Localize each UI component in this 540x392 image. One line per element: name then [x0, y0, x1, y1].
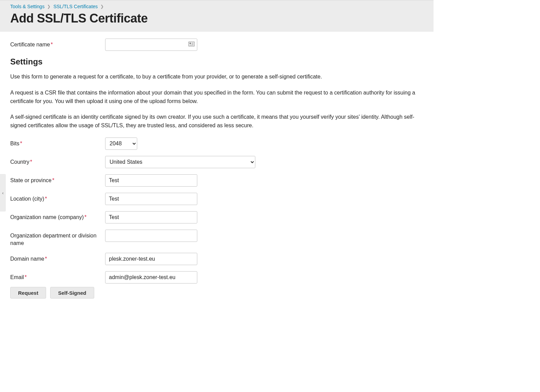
dept-input[interactable]: [105, 230, 197, 242]
self-signed-button[interactable]: Self-Signed: [50, 287, 94, 299]
request-button[interactable]: Request: [10, 287, 46, 299]
domain-input[interactable]: [105, 253, 197, 265]
row-cert-name: Certificate name*: [10, 39, 423, 51]
chevron-left-icon: ‹: [2, 190, 3, 195]
label-state: State or province*: [10, 174, 105, 184]
label-cert-name: Certificate name*: [10, 39, 105, 48]
breadcrumb-tools-settings[interactable]: Tools & Settings: [10, 4, 44, 9]
label-city: Location (city)*: [10, 193, 105, 203]
row-city: Location (city)*: [10, 193, 423, 205]
label-domain: Domain name*: [10, 253, 105, 263]
page-title: Add SSL/TLS Certificate: [10, 11, 423, 26]
chevron-right-icon: ❯: [100, 4, 104, 9]
org-input[interactable]: [105, 211, 197, 223]
breadcrumb: Tools & Settings ❯ SSL/TLS Certificates …: [10, 4, 423, 9]
row-org: Organization name (company)*: [10, 211, 423, 223]
email-input[interactable]: [105, 271, 197, 284]
label-dept: Organization department or division name: [10, 230, 105, 247]
country-select[interactable]: United States: [105, 156, 255, 168]
description-3: A self-signed certificate is an identity…: [10, 113, 423, 130]
row-email: Email*: [10, 271, 423, 284]
description-2: A request is a CSR file that contains th…: [10, 89, 423, 106]
page-header: Tools & Settings ❯ SSL/TLS Certificates …: [0, 0, 434, 32]
sidebar-collapse-toggle[interactable]: ‹: [0, 174, 6, 212]
content-area: Certificate name* Settings Use this form…: [0, 32, 434, 309]
row-state: State or province*: [10, 174, 423, 187]
city-input[interactable]: [105, 193, 197, 205]
label-country: Country*: [10, 156, 105, 166]
section-title-settings: Settings: [10, 57, 423, 67]
cert-name-input[interactable]: [105, 39, 197, 51]
row-bits: Bits* 2048: [10, 137, 423, 150]
chevron-right-icon: ❯: [47, 4, 51, 9]
label-email: Email*: [10, 271, 105, 281]
row-domain: Domain name*: [10, 253, 423, 265]
label-org: Organization name (company)*: [10, 211, 105, 221]
breadcrumb-ssl-certs[interactable]: SSL/TLS Certificates: [53, 4, 98, 9]
button-row: Request Self-Signed: [10, 287, 423, 299]
state-input[interactable]: [105, 174, 197, 187]
bits-select[interactable]: 2048: [105, 137, 137, 150]
description-1: Use this form to generate a request for …: [10, 73, 423, 81]
row-dept: Organization department or division name: [10, 230, 423, 247]
label-bits: Bits*: [10, 137, 105, 147]
row-country: Country* United States: [10, 156, 423, 168]
